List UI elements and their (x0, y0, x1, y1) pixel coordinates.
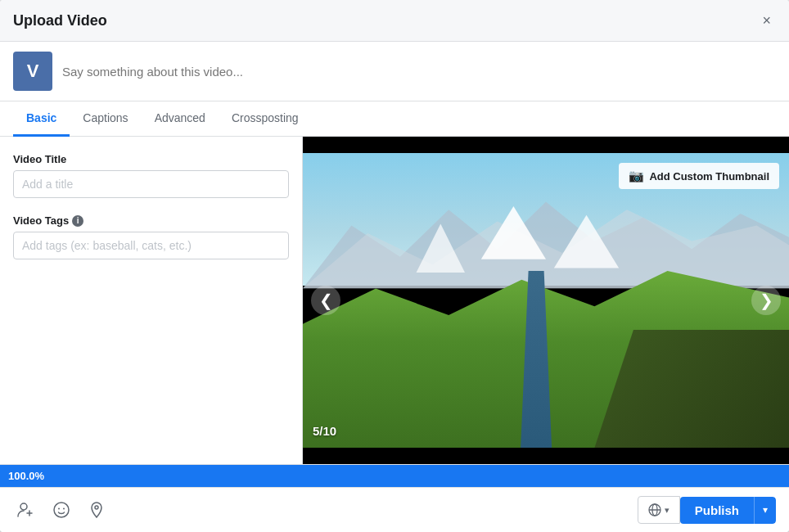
svg-point-5 (20, 503, 27, 510)
footer-right: ▾ Publish ▾ (638, 496, 776, 524)
emoji-icon (52, 501, 70, 519)
audience-dropdown-icon: ▾ (665, 505, 670, 516)
video-tags-label: Video Tags i (13, 214, 289, 227)
progress-bar-container: 100.0% (0, 464, 789, 487)
svg-marker-4 (417, 223, 465, 272)
status-bar: V (0, 42, 789, 101)
video-container: 📷 Add Custom Thumbnail ❮ ❯ 5/10 (303, 137, 789, 464)
svg-point-10 (63, 508, 65, 510)
globe-icon (648, 503, 661, 516)
right-panel: 📷 Add Custom Thumbnail ❮ ❯ 5/10 (303, 137, 789, 464)
snow-peaks (303, 206, 789, 295)
left-panel: Video Title Video Tags i (0, 137, 303, 464)
slide-counter: 5/10 (313, 424, 336, 438)
video-tags-input[interactable] (13, 232, 289, 259)
progress-bar-fill: 100.0% (0, 465, 789, 487)
camera-icon: 📷 (629, 169, 644, 183)
publish-button[interactable]: Publish (680, 497, 754, 524)
progress-text: 100.0% (8, 470, 44, 482)
location-button[interactable] (85, 498, 108, 522)
svg-marker-2 (481, 206, 546, 259)
next-arrow[interactable]: ❯ (751, 286, 781, 315)
tag-friend-icon (16, 501, 34, 519)
publish-group: Publish ▾ (680, 497, 776, 524)
tab-crossposting[interactable]: Crossposting (219, 101, 312, 137)
tab-advanced[interactable]: Advanced (142, 101, 219, 137)
upload-video-modal: Upload Video × V Basic Captions Advanced… (0, 0, 789, 532)
close-button[interactable]: × (757, 11, 776, 29)
publish-dropdown-button[interactable]: ▾ (754, 497, 776, 524)
prev-arrow[interactable]: ❮ (311, 286, 340, 315)
video-title-label: Video Title (13, 153, 289, 165)
modal-header: Upload Video × (0, 0, 789, 42)
emoji-button[interactable] (49, 498, 74, 522)
modal-title: Upload Video (13, 12, 107, 29)
svg-point-8 (54, 503, 69, 517)
svg-point-11 (95, 506, 98, 509)
tab-captions[interactable]: Captions (70, 101, 141, 137)
location-icon (88, 501, 105, 519)
add-thumbnail-button[interactable]: 📷 Add Custom Thumbnail (619, 163, 779, 189)
status-input[interactable] (62, 65, 776, 79)
content-area: Video Title Video Tags i (0, 137, 789, 464)
video-title-input[interactable] (13, 170, 289, 198)
audience-button[interactable]: ▾ (638, 496, 680, 524)
tabs-container: Basic Captions Advanced Crossposting (0, 101, 789, 137)
tags-info-icon[interactable]: i (72, 215, 83, 227)
footer-left (13, 498, 108, 522)
avatar: V (13, 52, 52, 91)
svg-point-9 (58, 508, 60, 510)
video-thumbnail: 📷 Add Custom Thumbnail ❮ ❯ 5/10 (303, 153, 789, 448)
tag-friend-button[interactable] (13, 498, 38, 522)
svg-marker-3 (554, 215, 619, 268)
footer: ▾ Publish ▾ (0, 487, 789, 532)
tab-basic[interactable]: Basic (13, 101, 70, 137)
